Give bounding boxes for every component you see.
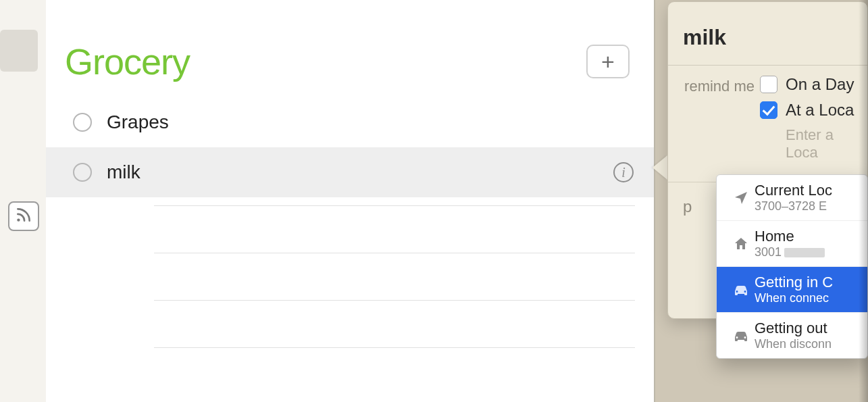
row-rule [154, 253, 635, 300]
suggestion-title: Current Loc [755, 182, 859, 199]
suggestion-title: Getting in C [755, 274, 859, 291]
location-arrow-icon [727, 190, 755, 206]
popover-arrow [653, 155, 667, 180]
suggestion-home[interactable]: Home 3001 [717, 220, 867, 266]
car-icon [727, 328, 755, 343]
inspector-title[interactable]: milk [668, 2, 867, 65]
car-icon [727, 282, 755, 297]
row-rule [154, 300, 635, 347]
list-header: Grocery + [46, 0, 654, 97]
redacted-text [784, 248, 825, 257]
sidebar-strip [0, 0, 46, 402]
on-a-day-label: On a Day [786, 75, 854, 94]
complete-radio[interactable] [73, 113, 92, 132]
svg-point-0 [17, 218, 20, 221]
window-edge-shadow [859, 0, 868, 402]
reminder-label[interactable]: milk [107, 161, 141, 183]
plus-icon: + [601, 50, 615, 73]
list-title: Grocery [65, 41, 190, 82]
reminder-label[interactable]: Grapes [107, 111, 169, 133]
suggestion-getting-in-car[interactable]: Getting in C When connec [717, 266, 867, 312]
suggestion-subtitle: 3700–3728 E [755, 199, 859, 213]
reminder-row[interactable]: Grapes [46, 97, 654, 147]
location-suggestions-dropdown: Current Loc 3700–3728 E Home 3001 Gettin… [716, 174, 868, 359]
at-a-location-label: At a Loca [786, 101, 854, 120]
on-a-day-checkbox[interactable] [760, 76, 777, 93]
suggestion-subtitle: When connec [755, 291, 859, 305]
suggestion-current-location[interactable]: Current Loc 3700–3728 E [717, 175, 867, 220]
separator [668, 65, 867, 66]
suggestion-title: Getting out [755, 320, 859, 337]
at-a-location-checkbox[interactable] [760, 101, 777, 119]
on-a-day-option[interactable]: On a Day [760, 75, 867, 94]
suggestion-subtitle: 3001 [755, 245, 859, 259]
home-icon [727, 236, 755, 252]
sidebar-selected-list[interactable] [0, 30, 38, 72]
suggestion-subtitle: When disconn [755, 337, 859, 351]
reminders-pane: Grocery + Grapes milk i [46, 0, 655, 402]
at-a-location-option[interactable]: At a Loca [760, 101, 867, 120]
share-button[interactable] [8, 201, 39, 231]
info-button[interactable]: i [613, 162, 634, 182]
row-rule [154, 205, 635, 253]
add-reminder-button[interactable]: + [586, 45, 630, 78]
suggestion-getting-out-car[interactable]: Getting out When disconn [717, 312, 867, 358]
reminder-row[interactable]: milk i [46, 147, 654, 197]
remind-me-label: remind me [680, 75, 760, 161]
empty-rows [46, 205, 654, 395]
row-rule [154, 347, 635, 395]
location-input[interactable]: Enter a Loca [786, 126, 867, 161]
remind-me-row: remind me On a Day At a Loca Enter a Loc… [668, 74, 867, 166]
rss-icon [15, 206, 32, 226]
suggestion-title: Home [755, 228, 859, 245]
info-icon: i [621, 165, 626, 180]
complete-radio[interactable] [73, 163, 92, 182]
